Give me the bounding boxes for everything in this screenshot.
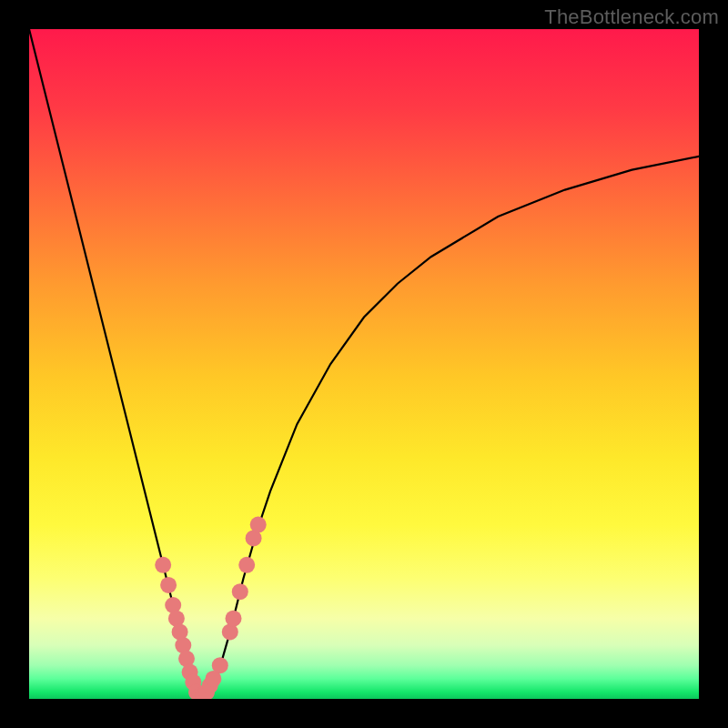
curve-marker (160, 577, 177, 593)
curve-marker (232, 583, 248, 600)
bottleneck-curve (29, 29, 699, 699)
chart-svg (29, 29, 699, 699)
curve-marker (238, 557, 255, 573)
plot-gradient-background (29, 29, 699, 699)
curve-markers (155, 517, 267, 699)
watermark-text: TheBottleneck.com (544, 5, 719, 29)
curve-marker (155, 557, 171, 573)
curve-marker (226, 611, 242, 627)
chart-frame: TheBottleneck.com (0, 0, 728, 728)
curve-marker (212, 657, 228, 673)
curve-marker (250, 517, 267, 533)
